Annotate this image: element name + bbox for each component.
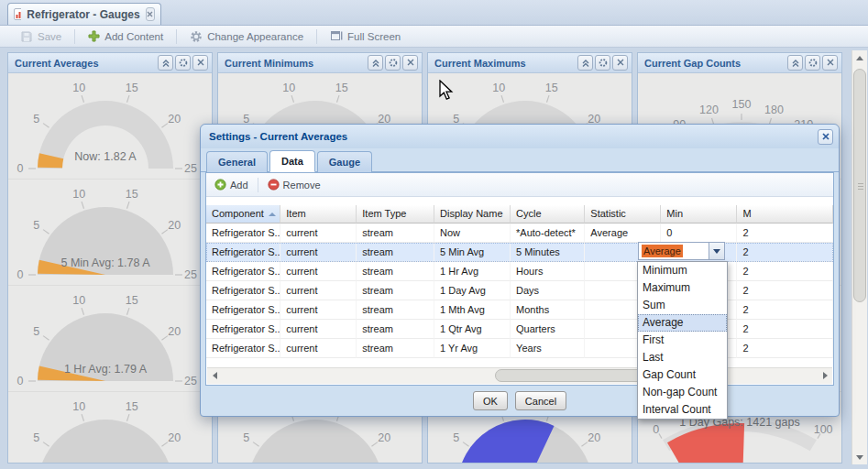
panel-close-button[interactable] [822, 55, 838, 71]
table-row[interactable]: Refrigerator S...currentstream1 Day AvgD… [206, 281, 833, 300]
panel-settings-button[interactable] [385, 55, 401, 71]
full-screen-button[interactable]: Full Screen [321, 27, 410, 46]
cell-item_type[interactable]: stream [357, 243, 434, 262]
cell-max[interactable]: 2 [737, 300, 833, 320]
cell-cycle[interactable]: Months [511, 300, 585, 320]
save-button[interactable]: Save [11, 27, 71, 46]
dropdown-option-average[interactable]: Average [638, 314, 727, 332]
panel-settings-button[interactable] [595, 55, 610, 71]
panel-header[interactable]: Current Gap Counts [638, 53, 841, 73]
cell-display_name[interactable]: Now [434, 224, 511, 243]
table-row[interactable]: Refrigerator S...currentstream5 Min Avg5… [206, 243, 833, 262]
dropdown-option-first[interactable]: First [638, 332, 727, 349]
statistic-combo-editor[interactable]: Average [638, 242, 725, 260]
cell-item_type[interactable]: stream [357, 339, 434, 358]
grid-horizontal-scrollbar[interactable] [207, 367, 832, 384]
panel-close-button[interactable] [192, 55, 208, 71]
column-header-cycle[interactable]: Cycle [511, 205, 585, 224]
cell-item_type[interactable]: stream [357, 262, 434, 281]
cell-item_type[interactable]: stream [357, 320, 434, 339]
cell-cycle[interactable]: *Auto-detect* [511, 224, 585, 243]
add-content-button[interactable]: Add Content [79, 27, 172, 46]
combo-trigger-button[interactable] [709, 242, 725, 260]
cell-item[interactable]: current [280, 339, 357, 358]
cell-min[interactable]: 0 [661, 224, 737, 243]
column-header-statistic[interactable]: Statistic [585, 205, 661, 224]
tab-close-icon[interactable] [146, 7, 155, 21]
cell-cycle[interactable]: Years [511, 339, 585, 358]
panel-collapse-button[interactable] [158, 55, 173, 71]
cell-max[interactable]: 2 [737, 339, 833, 358]
dropdown-option-last[interactable]: Last [638, 349, 727, 366]
cell-max[interactable]: 2 [737, 262, 833, 281]
column-header-min[interactable]: Min [661, 205, 737, 224]
cell-display_name[interactable]: 1 Day Avg [434, 281, 511, 300]
cell-item[interactable]: current [280, 300, 357, 320]
cell-display_name[interactable]: 1 Yr Avg [434, 339, 511, 358]
ok-button[interactable]: OK [473, 391, 508, 410]
scroll-up-button[interactable] [852, 50, 867, 65]
add-row-button[interactable]: Add [211, 179, 252, 191]
combo-text-field[interactable]: Average [638, 242, 709, 260]
scroll-down-button[interactable] [852, 450, 867, 464]
cell-item[interactable]: current [280, 281, 357, 300]
cell-item_type[interactable]: stream [357, 281, 434, 300]
panel-settings-button[interactable] [175, 55, 191, 71]
cell-component[interactable]: Refrigerator S... [206, 300, 280, 320]
tab-data[interactable]: Data [269, 150, 315, 172]
table-row[interactable]: Refrigerator S...currentstream1 Qtr AvgQ… [206, 320, 833, 339]
cell-component[interactable]: Refrigerator S... [206, 262, 280, 281]
vertical-scrollbar[interactable] [852, 50, 867, 464]
cell-item[interactable]: current [280, 243, 357, 262]
panel-collapse-button[interactable] [577, 55, 593, 71]
panel-collapse-button[interactable] [787, 55, 803, 71]
cell-cycle[interactable]: Days [511, 281, 585, 300]
column-header-component[interactable]: Component [206, 205, 280, 224]
cell-component[interactable]: Refrigerator S... [206, 320, 280, 339]
dropdown-option-non-gap-count[interactable]: Non-gap Count [638, 384, 727, 401]
cell-item_type[interactable]: stream [357, 224, 434, 243]
scroll-right-button[interactable] [818, 368, 832, 383]
cell-display_name[interactable]: 5 Min Avg [434, 243, 511, 262]
cell-cycle[interactable]: Hours [511, 262, 585, 281]
cell-item_type[interactable]: stream [357, 300, 434, 320]
cell-item[interactable]: current [280, 262, 357, 281]
cell-item[interactable]: current [280, 320, 357, 339]
cell-max[interactable]: 2 [737, 281, 833, 300]
dropdown-option-gap-count[interactable]: Gap Count [638, 366, 727, 384]
tab-general[interactable]: General [206, 151, 268, 172]
cell-component[interactable]: Refrigerator S... [206, 224, 280, 243]
cell-statistic[interactable]: Average [585, 224, 661, 243]
cell-component[interactable]: Refrigerator S... [206, 281, 280, 300]
change-appearance-button[interactable]: Change Appearance [181, 27, 313, 46]
table-row[interactable]: Refrigerator S...currentstream1 Mth AvgM… [206, 300, 833, 320]
dropdown-option-maximum[interactable]: Maximum [638, 279, 727, 297]
cell-item[interactable]: current [280, 224, 357, 243]
table-row[interactable]: Refrigerator S...currentstream1 Hr AvgHo… [206, 262, 833, 281]
tab-refrigerator-gauges[interactable]: Refrigerator - Gauges [7, 3, 161, 25]
table-row[interactable]: Refrigerator S...currentstreamNow*Auto-d… [206, 224, 833, 243]
tab-gauge[interactable]: Gauge [317, 151, 372, 172]
dialog-close-button[interactable] [818, 129, 833, 145]
panel-header[interactable]: Current Averages [8, 53, 212, 73]
panel-settings-button[interactable] [805, 55, 820, 71]
panel-close-button[interactable] [612, 55, 628, 71]
cell-cycle[interactable]: 5 Minutes [511, 243, 585, 262]
cell-max[interactable]: 2 [737, 320, 833, 339]
remove-row-button[interactable]: Remove [264, 179, 324, 191]
cell-display_name[interactable]: 1 Hr Avg [434, 262, 511, 281]
column-header-item-type[interactable]: Item Type [357, 205, 434, 224]
panel-header[interactable]: Current Maximums [428, 53, 632, 73]
dropdown-option-interval-count[interactable]: Interval Count [638, 401, 727, 419]
dropdown-option-minimum[interactable]: Minimum [638, 262, 727, 279]
cell-component[interactable]: Refrigerator S... [206, 339, 280, 358]
table-row[interactable]: Refrigerator S...currentstream1 Yr AvgYe… [206, 339, 833, 358]
panel-collapse-button[interactable] [368, 55, 383, 71]
dropdown-option-sum[interactable]: Sum [638, 297, 727, 314]
cell-cycle[interactable]: Quarters [511, 320, 585, 339]
column-header-display-name[interactable]: Display Name [434, 205, 511, 224]
scrollbar-thumb[interactable] [853, 69, 866, 302]
dialog-titlebar[interactable]: Settings - Current Averages [201, 125, 839, 148]
cell-display_name[interactable]: 1 Mth Avg [434, 300, 511, 320]
column-header-item[interactable]: Item [280, 205, 357, 224]
